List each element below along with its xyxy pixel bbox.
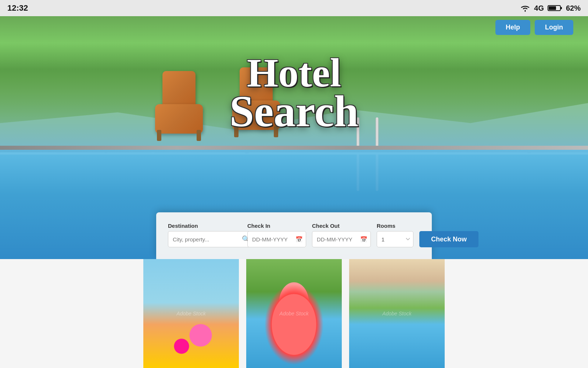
gallery-image-2: Adobe Stock <box>246 259 342 368</box>
chair-right <box>225 64 291 137</box>
chair-legs-right <box>230 126 282 137</box>
checkout-label: Check Out <box>312 223 371 229</box>
battery-label: 62% <box>566 4 581 13</box>
destination-input-wrapper[interactable]: 🔍 <box>168 231 252 247</box>
chair-left <box>148 67 214 141</box>
svg-rect-2 <box>549 6 556 10</box>
status-bar: 12:32 4G 62% <box>0 0 588 16</box>
gallery-section: Adobe Stock Adobe Stock Adobe Stock <box>0 259 588 368</box>
destination-input[interactable] <box>173 236 239 243</box>
svg-rect-1 <box>561 7 562 9</box>
battery-icon <box>548 4 562 12</box>
time-display: 12:32 <box>7 3 28 13</box>
chair-seat-right <box>232 100 280 130</box>
destination-label: Destination <box>168 223 241 229</box>
chair-seat-left <box>155 104 203 134</box>
chair-legs-left <box>153 130 205 141</box>
checkin-label: Check In <box>247 223 306 229</box>
search-fields: Destination 🔍 Check In 📅 Check Out <box>168 223 420 247</box>
wifi-icon <box>520 4 530 12</box>
rooms-select[interactable]: 1 2 3 4 5 <box>377 231 413 247</box>
hero-section: Help Login Hotel Search Destination 🔍 Ch… <box>0 16 588 259</box>
gallery-watermark-3: Adobe Stock <box>382 311 411 316</box>
checkout-calendar-icon: 📅 <box>360 236 368 243</box>
checkout-input-wrapper[interactable]: 📅 <box>312 231 371 247</box>
destination-field-group: Destination 🔍 <box>168 223 241 247</box>
check-now-button[interactable]: Check Now <box>419 231 478 247</box>
gallery-image-3: Adobe Stock <box>349 259 445 368</box>
checkin-input[interactable] <box>252 236 293 243</box>
rooms-label: Rooms <box>377 223 413 229</box>
checkout-field-group: Check Out 📅 <box>312 223 371 247</box>
gallery-images: Adobe Stock Adobe Stock Adobe Stock <box>0 259 588 368</box>
gallery-watermark-1: Adobe Stock <box>176 311 205 316</box>
help-button[interactable]: Help <box>495 20 530 35</box>
gallery-image-1: Adobe Stock <box>143 259 239 368</box>
search-panel: Destination 🔍 Check In 📅 Check Out <box>156 212 432 259</box>
checkin-field-group: Check In 📅 <box>247 223 306 247</box>
checkin-calendar-icon: 📅 <box>295 236 303 243</box>
network-label: 4G <box>534 4 544 13</box>
login-button[interactable]: Login <box>535 20 573 35</box>
navbar: Help Login <box>0 16 588 38</box>
checkin-input-wrapper[interactable]: 📅 <box>247 231 306 247</box>
gallery-watermark-2: Adobe Stock <box>279 311 308 316</box>
checkout-input[interactable] <box>317 236 357 243</box>
rooms-field-group: Rooms 1 2 3 4 5 <box>377 223 413 247</box>
